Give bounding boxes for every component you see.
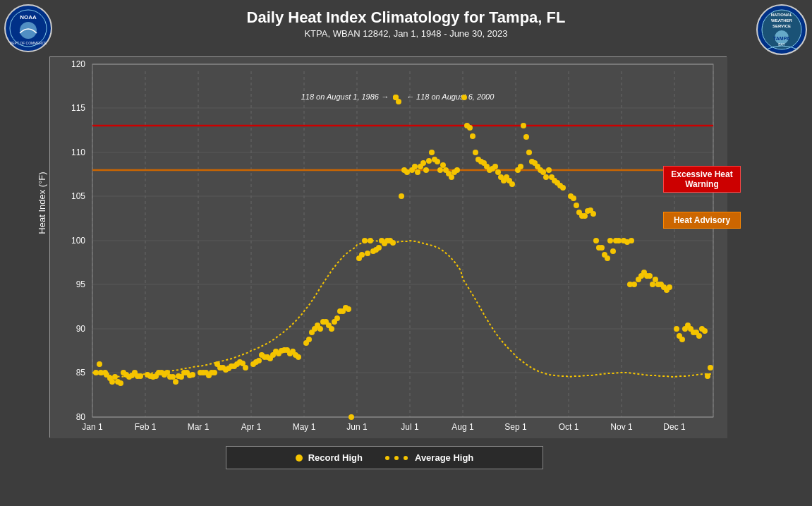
- svg-point-183: [461, 95, 467, 100]
- svg-point-175: [435, 159, 440, 164]
- chart-subtitle: KTPA, WBAN 12842, Jan 1, 1948 - June 30,…: [0, 28, 812, 39]
- chart-wrapper: Heat Index (°F): [49, 56, 741, 466]
- svg-text:NOAA: NOAA: [20, 14, 37, 20]
- svg-point-132: [306, 337, 312, 342]
- svg-point-182: [454, 167, 460, 173]
- svg-point-63: [93, 370, 99, 375]
- svg-point-200: [509, 181, 515, 187]
- svg-point-170: [420, 160, 426, 166]
- chart-svg: 120 115 110 105 100 95 90 85 80 Jan 1 Fe…: [50, 57, 727, 438]
- svg-point-233: [610, 248, 616, 254]
- svg-point-142: [334, 315, 340, 321]
- svg-text:TAMPA: TAMPA: [773, 36, 790, 41]
- svg-point-231: [605, 255, 610, 261]
- svg-text:100: 100: [71, 236, 85, 246]
- svg-text:80: 80: [76, 412, 86, 422]
- svg-text:NATIONAL: NATIONAL: [771, 13, 793, 17]
- svg-point-3: [20, 22, 37, 39]
- record-high-label: Record High: [308, 452, 363, 463]
- svg-point-70: [112, 374, 118, 380]
- svg-point-147: [349, 414, 354, 420]
- svg-text:Nov 1: Nov 1: [610, 422, 633, 432]
- svg-point-226: [590, 211, 596, 217]
- legend-record-high: Record High: [296, 452, 363, 463]
- svg-point-165: [404, 169, 410, 175]
- svg-text:120: 120: [71, 59, 85, 69]
- svg-point-235: [616, 238, 622, 243]
- svg-point-227: [593, 238, 599, 243]
- svg-point-187: [473, 150, 478, 155]
- svg-point-177: [440, 162, 446, 168]
- svg-point-204: [523, 134, 529, 140]
- svg-point-64: [97, 361, 102, 367]
- record-high-dot: [296, 454, 303, 462]
- svg-text:DEPT OF COMMERCE: DEPT OF COMMERCE: [10, 41, 47, 45]
- svg-point-255: [679, 337, 685, 342]
- svg-text:85: 85: [76, 368, 86, 378]
- svg-point-150: [362, 238, 368, 243]
- svg-point-247: [653, 277, 658, 282]
- svg-point-265: [708, 365, 713, 371]
- svg-point-186: [470, 133, 475, 139]
- svg-point-146: [346, 306, 351, 312]
- svg-text:110: 110: [71, 147, 85, 157]
- svg-text:← 118 on August 6, 2000: ← 118 on August 6, 2000: [406, 92, 495, 101]
- svg-point-194: [492, 164, 498, 169]
- svg-text:105: 105: [71, 191, 85, 201]
- svg-text:Jun 1: Jun 1: [346, 422, 368, 432]
- svg-point-211: [543, 174, 549, 180]
- svg-point-238: [621, 238, 626, 243]
- svg-point-237: [629, 238, 634, 243]
- svg-point-229: [599, 245, 605, 251]
- nws-logo: NATIONAL WEATHER SERVICE TAMPA BAY: [756, 4, 808, 56]
- svg-point-149: [359, 252, 365, 258]
- svg-point-232: [607, 238, 613, 243]
- svg-point-205: [526, 150, 532, 155]
- svg-point-220: [574, 203, 579, 208]
- svg-point-180: [449, 174, 454, 180]
- svg-text:95: 95: [76, 279, 86, 289]
- heat-advisory-label: Heat Advisory: [663, 212, 741, 229]
- svg-point-69: [109, 379, 115, 385]
- svg-text:SERVICE: SERVICE: [772, 24, 791, 28]
- average-high-dots: [384, 456, 409, 460]
- svg-text:Aug 1: Aug 1: [452, 422, 474, 432]
- svg-point-89: [170, 374, 176, 380]
- svg-text:Oct 1: Oct 1: [559, 422, 579, 432]
- svg-point-155: [376, 245, 382, 251]
- svg-point-140: [329, 326, 334, 332]
- svg-point-116: [256, 358, 262, 363]
- svg-point-162: [396, 99, 401, 104]
- svg-point-130: [296, 354, 301, 360]
- svg-point-185: [467, 125, 473, 131]
- svg-point-172: [426, 158, 432, 164]
- svg-text:Mar 1: Mar 1: [188, 422, 210, 432]
- average-high-label: Average High: [415, 452, 473, 463]
- svg-point-212: [546, 167, 552, 173]
- excessive-heat-warning-label: Excessive Heat Warning: [663, 166, 741, 193]
- main-container: NOAA DEPT OF COMMERCE NATIONAL WEATHER S…: [0, 0, 812, 506]
- svg-text:Dec 1: Dec 1: [663, 422, 686, 432]
- svg-point-253: [674, 326, 679, 332]
- svg-point-151: [365, 251, 370, 256]
- svg-point-203: [521, 123, 526, 128]
- title-area: Daily Heat Index Climatology for Tampa, …: [0, 0, 812, 39]
- chart-title: Daily Heat Index Climatology for Tampa, …: [0, 8, 812, 27]
- svg-point-246: [650, 282, 655, 287]
- svg-point-219: [571, 195, 576, 201]
- svg-text:Feb 1: Feb 1: [135, 422, 157, 432]
- svg-point-223: [582, 213, 588, 219]
- svg-point-261: [696, 333, 702, 339]
- svg-rect-13: [50, 57, 727, 438]
- svg-point-195: [495, 169, 501, 175]
- y-axis-label: Heat Index (°F): [37, 171, 47, 234]
- svg-text:118 on August 1, 1986 →: 118 on August 1, 1986 →: [301, 92, 389, 101]
- svg-text:115: 115: [71, 103, 85, 113]
- svg-point-90: [173, 379, 178, 385]
- svg-text:Jul 1: Jul 1: [401, 422, 419, 432]
- svg-text:Apr 1: Apr 1: [241, 422, 262, 432]
- svg-point-168: [415, 169, 420, 175]
- legend: Record High Average High: [226, 446, 543, 469]
- chart-area: 120 115 110 105 100 95 90 85 80 Jan 1 Fe…: [49, 56, 727, 438]
- svg-point-173: [429, 150, 435, 155]
